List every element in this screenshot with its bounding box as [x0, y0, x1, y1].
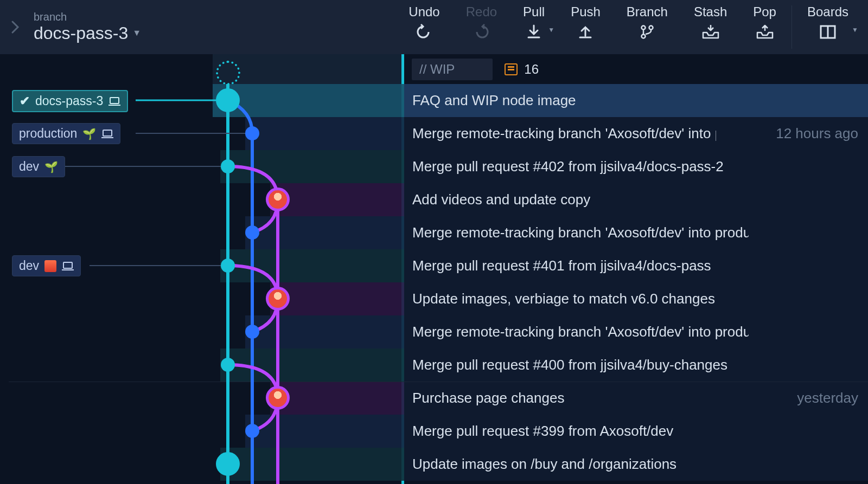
- commit-message: Add videos and update copy: [412, 183, 590, 216]
- svg-rect-16: [63, 262, 72, 268]
- commit-row[interactable]: Merge remote-tracking branch 'Axosoft/de…: [0, 117, 868, 150]
- leaf-icon: 🌱: [44, 160, 58, 173]
- commit-row[interactable]: Purchase page changes yesterday: [0, 382, 868, 415]
- commit-row[interactable]: Merge pull request #400 from jjsilva4/bu…: [0, 349, 868, 382]
- redo-icon: [472, 23, 490, 41]
- branch-name: docs-pass-3: [34, 23, 128, 43]
- avatar-icon: [44, 260, 56, 272]
- stash-button[interactable]: Stash: [681, 0, 740, 54]
- commit-node[interactable]: [221, 159, 235, 173]
- toolbar: branch docs-pass-3 ▼ Undo Redo Pull ▼: [0, 0, 868, 54]
- leaf-icon: 🌱: [82, 127, 96, 140]
- boards-icon: [819, 23, 837, 41]
- push-icon: [576, 23, 595, 41]
- commit-message: Purchase page changes: [412, 382, 564, 415]
- wip-row[interactable]: // WIP 16: [0, 54, 868, 84]
- commit-message: Merge pull request #399 from Axosoft/dev: [412, 415, 673, 448]
- commit-node[interactable]: [245, 225, 259, 240]
- commit-message: Update images on /buy and /organizations: [412, 448, 676, 481]
- commit-time: yesterday: [797, 382, 858, 415]
- redo-button[interactable]: Redo: [453, 0, 510, 54]
- wip-label: // WIP: [412, 59, 493, 80]
- commit-message: Merge pull request #400 from jjsilva4/bu…: [412, 349, 727, 382]
- branch-badge-dev[interactable]: dev 🌱: [12, 156, 65, 177]
- wip-node-icon: [216, 61, 240, 85]
- commit-row[interactable]: Merge remote-tracking branch 'Axosoft/de…: [0, 216, 868, 249]
- date-separator: [9, 382, 868, 382]
- commit-rows: FAQ and WIP node image Merge remote-trac…: [0, 84, 868, 481]
- commit-message: Merge remote-tracking branch 'Axosoft/de…: [412, 117, 716, 150]
- commit-time: 12 hours ago: [776, 117, 858, 150]
- commit-node[interactable]: [266, 287, 290, 311]
- commit-node[interactable]: [245, 325, 259, 339]
- commit-row[interactable]: Update images, verbiage to match v6.0 ch…: [0, 282, 868, 315]
- laptop-icon: [62, 261, 74, 271]
- svg-point-1: [649, 26, 653, 30]
- laptop-icon: [101, 129, 113, 139]
- toolbar-actions: Undo Redo Pull ▼ Push Branch: [395, 0, 861, 54]
- branch-button[interactable]: Branch: [614, 0, 681, 54]
- push-button[interactable]: Push: [558, 0, 614, 54]
- pop-button[interactable]: Pop: [740, 0, 789, 54]
- svg-rect-12: [110, 98, 119, 104]
- undo-icon: [415, 23, 433, 41]
- laptop-icon: [108, 96, 120, 106]
- svg-rect-14: [103, 130, 112, 136]
- commit-row[interactable]: Merge pull request #402 from jjsilva4/do…: [0, 150, 868, 183]
- branch-label: branch: [34, 11, 141, 22]
- commit-node[interactable]: [216, 452, 240, 476]
- check-icon: ✔: [20, 94, 30, 108]
- undo-button[interactable]: Undo: [395, 0, 452, 54]
- commit-node[interactable]: [245, 126, 259, 140]
- commit-row[interactable]: Merge pull request #399 from Axosoft/dev: [0, 415, 868, 448]
- pull-button[interactable]: Pull ▼: [510, 0, 558, 54]
- branch-badge-dev-remote[interactable]: dev: [12, 255, 81, 276]
- commit-row[interactable]: FAQ and WIP node image: [0, 84, 868, 117]
- commit-row[interactable]: Update images on /buy and /organizations: [0, 448, 868, 481]
- pull-icon: [525, 23, 543, 41]
- branch-badge-current[interactable]: ✔ docs-pass-3: [12, 90, 128, 112]
- commit-node[interactable]: [216, 88, 240, 112]
- svg-point-2: [641, 35, 645, 38]
- branch-badge-production[interactable]: production 🌱: [12, 123, 120, 144]
- commit-row[interactable]: Merge pull request #401 from jjsilva4/do…: [0, 249, 868, 282]
- commit-node[interactable]: [245, 424, 259, 438]
- commit-node[interactable]: [221, 259, 235, 273]
- wip-file-count[interactable]: 16: [505, 62, 539, 77]
- commit-message: Merge remote-tracking branch 'Axosoft/de…: [412, 216, 749, 249]
- chevron-down-icon[interactable]: ▼: [852, 26, 858, 34]
- commit-node[interactable]: [221, 358, 235, 372]
- toolbar-divider: [792, 5, 792, 49]
- pop-icon: [756, 23, 774, 41]
- collapse-chevron-icon[interactable]: [4, 11, 26, 43]
- commit-message: Merge pull request #402 from jjsilva4/do…: [412, 150, 724, 183]
- commit-graph: // WIP 16 FAQ and WIP node image Merge r…: [0, 54, 868, 484]
- commit-node[interactable]: [266, 386, 290, 410]
- commit-node[interactable]: [266, 188, 290, 211]
- commit-message: Update images, verbiage to match v6.0 ch…: [412, 282, 715, 315]
- commit-row[interactable]: Add videos and update copy: [0, 183, 868, 216]
- chevron-down-icon: ▼: [132, 28, 141, 38]
- commit-message: Merge pull request #401 from jjsilva4/do…: [412, 249, 711, 282]
- svg-point-0: [641, 26, 645, 30]
- stash-icon: [701, 23, 720, 41]
- chevron-down-icon[interactable]: ▼: [548, 26, 554, 34]
- commit-message: FAQ and WIP node image: [412, 84, 576, 117]
- branch-selector[interactable]: branch docs-pass-3 ▼: [34, 11, 141, 43]
- file-count-icon: [505, 63, 518, 75]
- boards-button[interactable]: Boards ▼: [794, 0, 861, 54]
- commit-message: Merge remote-tracking branch 'Axosoft/de…: [412, 315, 749, 349]
- branch-icon: [638, 23, 656, 41]
- commit-row[interactable]: Merge remote-tracking branch 'Axosoft/de…: [0, 315, 868, 349]
